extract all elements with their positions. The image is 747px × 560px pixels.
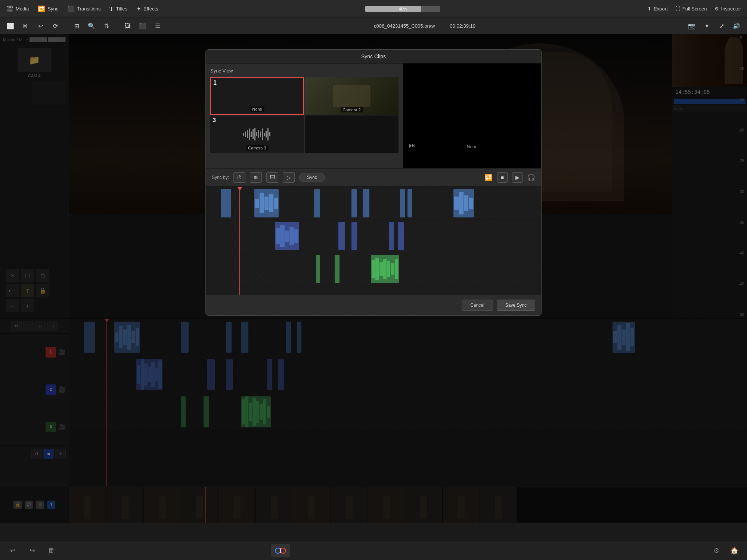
clip-1-label: None xyxy=(250,106,264,112)
modal-clip-2a[interactable] xyxy=(275,222,299,250)
modal-timeline xyxy=(206,186,541,295)
clip-cell-2[interactable]: 2 Camera 2 xyxy=(305,77,399,115)
nav-transitions[interactable]: ⬛ Transitions xyxy=(67,5,100,12)
sync-controls: Sync by: ⏱ ≋ 🎞 ▷ Sync 🔁 ■ ▶ 🎧 xyxy=(206,168,541,186)
modal-clip-3b[interactable] xyxy=(335,255,340,283)
svg-rect-12 xyxy=(266,131,267,137)
toolbar-cam-icon[interactable]: 📷 xyxy=(686,20,698,32)
save-sync-button[interactable]: Save Sync xyxy=(497,300,535,311)
redo-button[interactable]: ↪ xyxy=(25,544,39,557)
svg-rect-4 xyxy=(251,132,252,137)
modal-clip-1d[interactable] xyxy=(351,189,357,217)
toolbar-btn-1[interactable]: ⬜ xyxy=(4,20,16,32)
svg-rect-8 xyxy=(258,130,259,138)
modal-track-3 xyxy=(217,253,541,285)
delete-button[interactable]: 🗑 xyxy=(45,544,58,557)
stop-button[interactable]: ■ xyxy=(497,172,508,183)
effects-label: Effects xyxy=(143,6,158,12)
modal-clip-1a[interactable] xyxy=(221,189,231,217)
modal-clip-2d[interactable] xyxy=(389,222,394,250)
sync-by-video[interactable]: 🎞 xyxy=(266,172,278,183)
svg-rect-0 xyxy=(243,133,244,136)
svg-point-16 xyxy=(280,548,286,553)
sync-by-label: Sync by: xyxy=(212,175,229,180)
inspector-label: Inspector xyxy=(721,6,741,12)
sync-by-timecode[interactable]: ⏱ xyxy=(233,172,245,183)
clip-cell-4[interactable] xyxy=(305,115,399,153)
modal-right-preview: ⏭ None xyxy=(403,64,541,168)
toolbar-photo[interactable]: 🖼 xyxy=(122,20,134,32)
svg-rect-2 xyxy=(247,130,248,138)
sync-by-audio[interactable]: ≋ xyxy=(250,172,262,183)
timecode-display: 00:02:39:19 xyxy=(450,23,475,29)
sync-by-marker[interactable]: ▷ xyxy=(283,172,295,183)
toolbar-undo[interactable]: ↩ xyxy=(34,20,46,32)
progress-label: 40th xyxy=(399,7,407,11)
undo-button[interactable]: ↩ xyxy=(6,544,19,557)
modal-preview-video: ⏭ None xyxy=(403,64,541,168)
modal-clip-3c[interactable] xyxy=(371,255,399,283)
fullscreen-label: Full Screen xyxy=(682,6,707,12)
main-area: Master / M... • ██████ ██████ 📁 CAM A ✂ … xyxy=(0,34,747,523)
modal-clip-3a[interactable] xyxy=(316,255,320,283)
toolbar-btn-3[interactable]: ⟳ xyxy=(49,20,61,32)
svg-rect-7 xyxy=(256,132,257,136)
titles-icon: 𝐓 xyxy=(109,6,114,12)
sync-view-header: Sync View xyxy=(210,68,399,74)
modal-clip-1h[interactable] xyxy=(453,189,474,217)
toolbar-search[interactable]: 🔍 xyxy=(86,20,97,32)
modal-clip-2b[interactable] xyxy=(338,222,345,250)
modal-clip-1c[interactable] xyxy=(314,189,320,217)
svg-rect-9 xyxy=(260,132,261,137)
nav-fullscreen[interactable]: ⛶ Full Screen xyxy=(675,6,707,12)
toolbar-btn-6[interactable]: ☰ xyxy=(152,20,164,32)
toolbar-magic[interactable]: ✦ xyxy=(701,20,713,32)
sync-nav-icon: 🔁 xyxy=(38,5,45,12)
toolbar-grid[interactable]: ⊞ xyxy=(71,20,83,32)
nav-effects[interactable]: ✦ Effects xyxy=(136,5,158,12)
svg-rect-6 xyxy=(254,128,255,140)
modal-playhead-arrow xyxy=(237,187,242,191)
effects-icon: ✦ xyxy=(136,5,141,12)
modal-clip-1f[interactable] xyxy=(400,189,405,217)
nav-titles[interactable]: 𝐓 Titles xyxy=(109,6,127,12)
media-label: Media xyxy=(16,6,29,12)
loop-icon[interactable]: 🔁 xyxy=(484,173,493,182)
sync-button[interactable]: Sync xyxy=(299,173,325,182)
sync-label: Sync xyxy=(47,6,58,12)
cancel-button[interactable]: Cancel xyxy=(462,300,493,311)
modal-track-1 xyxy=(217,187,541,220)
clip-cell-1[interactable]: 1 None xyxy=(210,77,304,115)
app-logo xyxy=(271,544,290,557)
modal-clip-2c[interactable] xyxy=(351,222,357,250)
toolbar-btn-2[interactable]: 🗎 xyxy=(19,20,31,32)
fullscreen-icon: ⛶ xyxy=(675,6,680,12)
nav-export[interactable]: ⬆ Export xyxy=(647,6,668,12)
top-navigation: 🎬 Media 🔁 Sync ⬛ Transitions 𝐓 Titles ✦ … xyxy=(0,0,747,18)
modal-clip-2e[interactable] xyxy=(398,222,404,250)
toolbar-btn-5[interactable]: ⬛ xyxy=(137,20,149,32)
titles-label: Titles xyxy=(116,6,127,12)
skip-to-end-icon[interactable]: ⏭ xyxy=(409,142,416,149)
toolbar-separator-1 xyxy=(66,22,66,31)
modal-title-bar: Sync Clips xyxy=(206,50,541,64)
toolbar-separator-2 xyxy=(117,22,117,31)
home-button[interactable]: 🏠 xyxy=(728,544,741,557)
modal-clip-1g[interactable] xyxy=(407,189,412,217)
toolbar-sort[interactable]: ⇅ xyxy=(100,20,112,32)
modal-clip-1b[interactable] xyxy=(254,189,279,217)
svg-rect-10 xyxy=(262,129,263,140)
toolbar-volume[interactable]: 🔊 xyxy=(731,20,743,32)
modal-clip-1e[interactable] xyxy=(363,189,369,217)
clip-grid: 1 None 2 Camera 2 3 xyxy=(210,77,399,153)
play-button[interactable]: ▶ xyxy=(512,172,523,183)
nav-sync[interactable]: 🔁 Sync xyxy=(38,5,58,12)
svg-rect-14 xyxy=(269,132,270,136)
nav-inspector[interactable]: ⚙ Inspector xyxy=(715,6,741,12)
modal-track-2 xyxy=(217,220,541,253)
toolbar-expand[interactable]: ⤢ xyxy=(716,20,728,32)
settings-button[interactable]: ⚙ xyxy=(710,544,723,557)
nav-media[interactable]: 🎬 Media xyxy=(6,5,29,12)
clip-cell-3[interactable]: 3 xyxy=(210,115,304,153)
headphones-icon[interactable]: 🎧 xyxy=(527,173,535,182)
